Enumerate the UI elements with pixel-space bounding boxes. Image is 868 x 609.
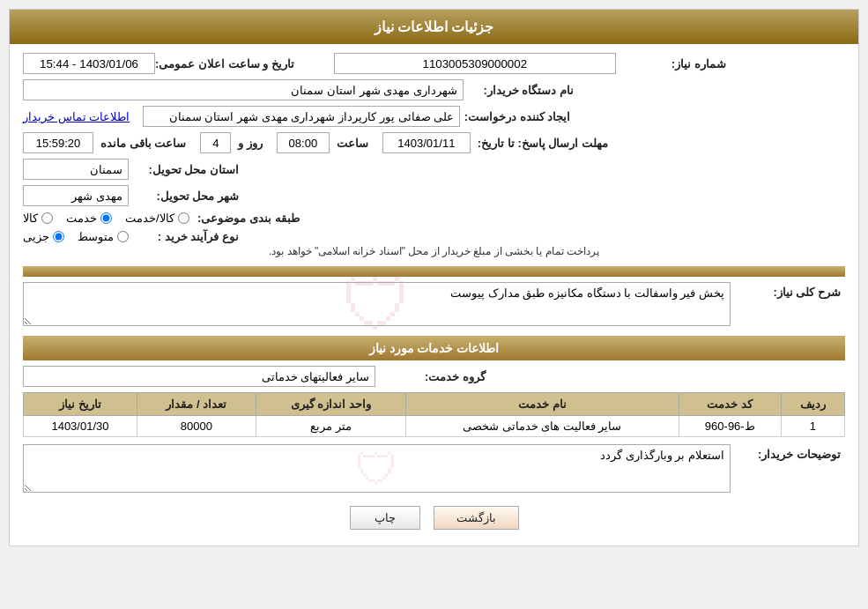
description-section-header [23, 266, 845, 277]
announcement-date-input[interactable] [23, 53, 155, 74]
cell-unit: متر مربع [256, 416, 405, 437]
deadline-days-value: 4 [200, 132, 231, 153]
row-requester: ایجاد کننده درخواست: اطلاعات تماس خریدار [23, 106, 845, 127]
cell-row: 1 [781, 416, 844, 437]
row-process: نوع فرآیند خرید : متوسط جزیی پرداخت تمام… [23, 230, 845, 257]
back-button[interactable]: بازگشت [434, 506, 519, 530]
deadline-date-value: 1403/01/11 [382, 132, 471, 153]
category-khidmat-radio[interactable] [100, 212, 112, 224]
service-group-input[interactable] [23, 366, 375, 387]
row-city: شهر محل تحویل: [23, 185, 845, 206]
category-kala-radio[interactable] [41, 212, 53, 224]
process-medium-label: متوسط [78, 230, 114, 243]
process-partial[interactable]: جزیی [23, 230, 64, 243]
deadline-remaining-label: ساعت باقی مانده [100, 137, 186, 150]
table-header-row: ردیف کد خدمت نام خدمت واحد اندازه گیری ت… [24, 393, 845, 416]
need-number-label: شماره نیاز: [616, 57, 731, 71]
services-table: ردیف کد خدمت نام خدمت واحد اندازه گیری ت… [23, 392, 845, 437]
description-textarea[interactable] [23, 282, 731, 326]
services-table-container: ردیف کد خدمت نام خدمت واحد اندازه گیری ت… [23, 392, 845, 437]
need-number-input[interactable] [334, 53, 616, 74]
buyer-notes-row: توضیحات خریدار: 🛡 [23, 444, 845, 495]
buyer-org-label: نام دستگاه خریدار: [464, 84, 578, 97]
process-partial-radio[interactable] [53, 231, 64, 242]
requester-input[interactable] [143, 106, 460, 127]
city-input[interactable] [23, 185, 129, 206]
category-radio-group: کالا/خدمت خدمت کالا [23, 212, 189, 225]
category-khidmat-label: خدمت [66, 212, 97, 225]
process-medium-radio[interactable] [117, 231, 129, 242]
col-row: ردیف [781, 393, 844, 416]
row-buyer-org: نام دستگاه خریدار: [23, 79, 845, 100]
deadline-remaining-value: 15:59:20 [23, 132, 93, 153]
contact-link[interactable]: اطلاعات تماس خریدار [23, 110, 130, 123]
description-row: شرح کلی نیاز: 🛡 [23, 282, 845, 329]
page-header: جزئیات اطلاعات نیاز [10, 10, 858, 44]
process-radio-group: متوسط جزیی [23, 230, 129, 243]
deadline-days-label: روز و [238, 137, 263, 150]
buyer-notes-label: توضیحات خریدار: [731, 444, 845, 461]
row-deadline: مهلت ارسال پاسخ: تا تاریخ: 1403/01/11 سا… [23, 132, 845, 153]
col-name: نام خدمت [405, 393, 679, 416]
category-khidmat[interactable]: خدمت [66, 212, 112, 225]
service-group-label: گروه خدمت: [375, 370, 490, 383]
category-label: طبقه بندی موضوعی: [189, 212, 304, 225]
services-section-title: اطلاعات خدمات مورد نیاز [23, 336, 845, 360]
buyer-notes-wrapper: 🛡 [23, 444, 731, 495]
province-input[interactable] [23, 159, 129, 180]
col-unit: واحد اندازه گیری [256, 393, 405, 416]
row-category: طبقه بندی موضوعی: کالا/خدمت خدمت کالا [23, 212, 845, 225]
category-kala-khidmat-label: کالا/خدمت [125, 212, 174, 225]
buttons-row: بازگشت چاپ [23, 506, 845, 530]
description-label: شرح کلی نیاز: [731, 282, 845, 299]
category-kala-khidmat[interactable]: کالا/خدمت [125, 212, 189, 225]
process-partial-label: جزیی [23, 230, 49, 243]
cell-date: 1403/01/30 [24, 416, 137, 437]
process-medium[interactable]: متوسط [78, 230, 129, 243]
col-code: کد خدمت [679, 393, 781, 416]
row-province: استان محل تحویل: [23, 159, 845, 180]
buyer-notes-textarea[interactable] [23, 444, 731, 493]
service-group-row: گروه خدمت: [23, 366, 845, 387]
category-kala[interactable]: کالا [23, 212, 53, 225]
print-button[interactable]: چاپ [350, 506, 420, 530]
city-label: شهر محل تحویل: [129, 189, 243, 203]
cell-name: سایر فعالیت های خدماتی شخصی [405, 416, 679, 437]
row-need-number: شماره نیاز: تاریخ و ساعت اعلان عمومی: [23, 53, 845, 74]
category-kala-label: کالا [23, 212, 38, 225]
cell-quantity: 80000 [137, 416, 256, 437]
deadline-time-value: 08:00 [277, 132, 330, 153]
process-note: پرداخت تمام یا بخشی از مبلغ خریدار از مح… [23, 245, 845, 257]
content-area: شماره نیاز: تاریخ و ساعت اعلان عمومی: نا… [10, 44, 858, 546]
deadline-label: مهلت ارسال پاسخ: تا تاریخ: [478, 137, 612, 150]
cell-code: ط-96-960 [679, 416, 781, 437]
page-container: جزئیات اطلاعات نیاز شماره نیاز: تاریخ و … [9, 9, 859, 546]
process-label: نوع فرآیند خرید : [129, 230, 243, 243]
announcement-date-label: تاریخ و ساعت اعلان عمومی: [155, 57, 299, 71]
col-date: تاریخ نیاز [24, 393, 137, 416]
category-kala-khidmat-radio[interactable] [178, 212, 189, 224]
requester-label: ایجاد کننده درخواست: [460, 110, 575, 123]
col-quantity: تعداد / مقدار [137, 393, 256, 416]
province-label: استان محل تحویل: [129, 163, 243, 176]
table-row: 1ط-96-960سایر فعالیت های خدماتی شخصیمتر … [24, 416, 845, 437]
page-title: جزئیات اطلاعات نیاز [375, 19, 494, 34]
buyer-org-input[interactable] [23, 79, 464, 100]
deadline-time-label: ساعت [337, 137, 368, 150]
